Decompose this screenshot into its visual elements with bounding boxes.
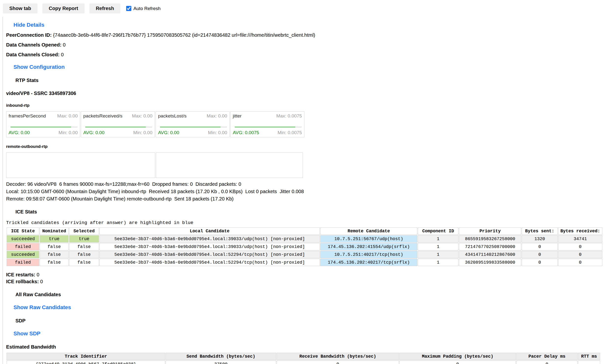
remote-outbound-rtp-label: remote-outbound-rtp (6, 144, 605, 149)
data-channels-closed-label: Data Channels Closed: (6, 52, 60, 57)
decoder-line: Decoder: 96 video/VP8 6 frames 90000 max… (6, 182, 605, 187)
data-channels-closed: Data Channels Closed:0 (6, 52, 605, 58)
table-cell: 1 (418, 259, 458, 266)
table-cell: 10.7.5.251:40217/tcp(host) (320, 251, 417, 258)
graph-series-line (235, 127, 295, 127)
table-cell: 0 (558, 251, 602, 258)
table-cell: 0 (522, 243, 558, 250)
graph-title: packetsLost/s (158, 113, 186, 119)
ice-rollbacks-value: 0 (40, 279, 43, 284)
graph-series-line (85, 127, 146, 127)
rtp-summary-lines: Decoder: 96 video/VP8 6 frames 90000 max… (6, 182, 605, 202)
graph-max-value: Max: 0.0075 (276, 113, 302, 119)
table-cell: 1 (418, 243, 458, 250)
table-cell: 0 (558, 243, 602, 250)
show-configuration-link[interactable]: Show Configuration (14, 64, 65, 70)
table-cell: 174.45.136.202:41554/udp(srflx) (320, 243, 417, 250)
graph-min-value: Min: 0.00 (208, 130, 227, 135)
column-header: Receive Bandwidth (bytes/sec) (277, 353, 399, 360)
table-header-row: ICE StateNominatedSelectedLocal Candidat… (7, 227, 602, 235)
table-cell (578, 361, 600, 364)
graph-axis-tail (146, 127, 152, 127)
graph-avg-value: AVG: 0.0075 (233, 130, 259, 135)
remote-line: Remote: 09:58:07 GMT-0600 (Mountain Dayl… (6, 196, 605, 202)
table-cell: 1320 (522, 235, 558, 243)
graph-min-value: Min: 0.00 (133, 130, 152, 135)
empty-graph-box (156, 153, 303, 178)
graph-axis-tail (295, 127, 302, 127)
table-cell: succeeded (7, 235, 39, 243)
table-cell: 174.45.136.202:40217/tcp(srflx) (320, 259, 417, 266)
rtp-stats-heading: RTP Stats (15, 78, 605, 83)
column-header: Selected (69, 227, 99, 235)
column-header: Bytes received: (558, 227, 602, 235)
table-cell: 8655919583267258000 (459, 235, 521, 243)
graph-axis-tail (220, 127, 227, 127)
table-cell: failed (7, 259, 39, 266)
show-tab-button[interactable]: Show tab (3, 3, 38, 13)
table-row: failedfalsefalse5ee33e6e-3b37-40d6-b3a6-… (7, 259, 602, 266)
table-cell: true (69, 235, 99, 243)
column-header: ICE State (7, 227, 39, 235)
graph-max-value: Max: 0.00 (57, 113, 78, 119)
table-cell: false (69, 251, 99, 258)
table-cell: 4341471140212867600 (459, 251, 521, 258)
remote-outbound-rtp-graphs (6, 153, 605, 178)
graph-avg-value: AVG: 0.00 (83, 130, 104, 135)
graph-avg-value: AVG: 0.00 (158, 130, 179, 135)
table-cell: 7214767702508700000 (459, 243, 521, 250)
graph-max-value: Max: 0.00 (207, 113, 227, 119)
peerconnection-id-label: PeerConnection ID: (6, 32, 52, 38)
table-cell: 10.7.5.251:56767/udp(host) (320, 235, 417, 243)
column-header: Priority (459, 227, 521, 235)
column-header: Local Candidate (99, 227, 320, 235)
table-cell: succeeded (7, 251, 39, 258)
table-cell: 1 (418, 235, 458, 243)
empty-graph-box (6, 153, 155, 178)
table-cell: 5ee33e6e-3b37-40d6-b3a6-0e9bdd0795e4.loc… (99, 251, 320, 258)
peer-connection-panel: Hide Details PeerConnection ID:{74aaec0b… (2, 17, 605, 364)
stream-title: video/VP8 - SSRC 3345897306 (6, 91, 605, 96)
graph-series-line (160, 127, 220, 127)
column-header: Send Bandwidth (bytes/sec) (166, 353, 276, 360)
graph-series-line (11, 127, 71, 127)
auto-refresh-checkbox[interactable] (126, 6, 131, 11)
ice-restarts: ICE restarts: 0 (6, 272, 605, 278)
table-cell: 5ee33e6e-3b37-40d6-b3a6-0e9bdd0795e4.loc… (99, 243, 320, 250)
ice-stats-heading: ICE Stats (15, 209, 605, 215)
table-cell: 0 (558, 259, 602, 266)
inbound-rtp-graphs: framesPerSecondMax: 0.00AVG: 0.00Min: 0.… (6, 111, 605, 137)
stat-graph: packetsLost/sMax: 0.00AVG: 0.00Min: 0.00 (156, 111, 230, 137)
graph-title: jitter (233, 113, 242, 119)
table-cell: {277ee649-313d-4906-b567-7fad0185a038} (7, 361, 165, 364)
column-header: Pacer Delay ms (516, 353, 578, 360)
table-cell: false (69, 243, 99, 250)
data-channels-opened-label: Data Channels Opened: (6, 42, 61, 48)
column-header: Bytes sent: (522, 227, 558, 235)
sdp-heading: SDP (15, 318, 605, 324)
table-row: {277ee649-313d-4906-b567-7fad0185a038}37… (7, 361, 600, 364)
stat-graph: jitterMax: 0.0075AVG: 0.0075Min: 0.0075 (230, 111, 304, 137)
ice-candidates-table: ICE StateNominatedSelectedLocal Candidat… (6, 227, 603, 267)
data-channels-closed-value: 0 (61, 52, 64, 57)
peerconnection-id: PeerConnection ID:{74aaec0b-3e6b-44f6-8f… (6, 32, 605, 38)
column-header: Nominated (40, 227, 69, 235)
estimated-bandwidth-table: Track IdentifierSend Bandwidth (bytes/se… (6, 352, 601, 364)
copy-report-button[interactable]: Copy Report (42, 3, 84, 13)
show-raw-candidates-link[interactable]: Show Raw Candidates (14, 304, 71, 311)
table-cell: failed (7, 243, 39, 250)
column-header: Track Identifier (7, 353, 165, 360)
hide-details-link[interactable]: Hide Details (14, 22, 44, 28)
all-raw-candidates-heading: All Raw Candidates (15, 292, 605, 298)
table-cell: false (40, 243, 69, 250)
table-cell: false (40, 259, 69, 266)
show-sdp-link[interactable]: Show SDP (14, 330, 41, 337)
ice-rollbacks: ICE rollbacks: 0 (6, 279, 605, 285)
table-row: succeededfalsefalse5ee33e6e-3b37-40d6-b3… (7, 251, 602, 258)
local-line: Local: 10:15:00 GMT-0600 (Mountain Dayli… (6, 189, 605, 194)
table-cell: 5ee33e6e-3b37-40d6-b3a6-0e9bdd0795e4.loc… (99, 259, 320, 266)
graph-min-value: Min: 0.00 (59, 130, 78, 135)
refresh-button[interactable]: Refresh (89, 3, 120, 13)
ice-restarts-label: ICE restarts: (6, 272, 35, 277)
graph-min-value: Min: 0.0075 (278, 130, 302, 135)
